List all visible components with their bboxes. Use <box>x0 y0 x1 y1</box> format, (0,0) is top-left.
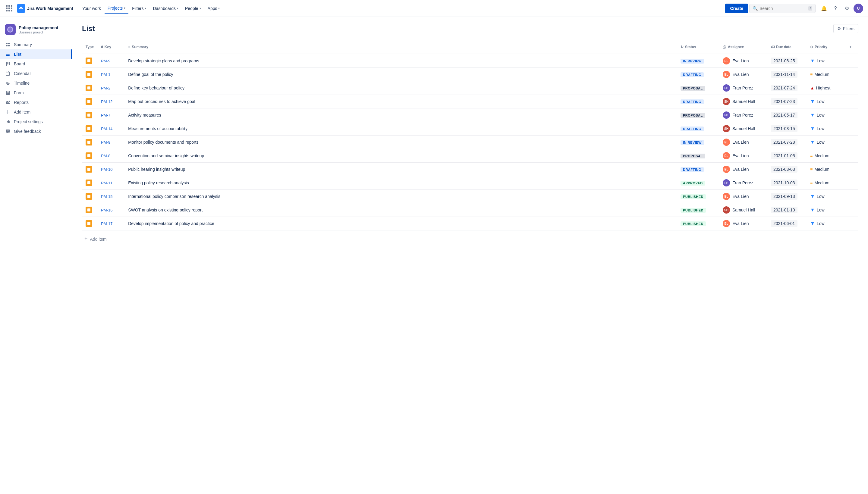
nav-apps[interactable]: Apps ▾ <box>205 4 223 13</box>
issue-key-link[interactable]: PM-2 <box>101 86 110 90</box>
issue-key-link[interactable]: PM-12 <box>101 99 112 104</box>
status-badge[interactable]: DRAFTING <box>681 72 704 77</box>
priority-level-icon: ▼ <box>810 126 815 131</box>
status-badge[interactable]: PROPOSAL <box>681 86 705 91</box>
cell-status[interactable]: DRAFTING <box>677 163 719 176</box>
status-badge[interactable]: IN REVIEW <box>681 140 704 145</box>
nav-dashboards[interactable]: Dashboards ▾ <box>150 4 181 13</box>
nav-filters[interactable]: Filters ▾ <box>129 4 149 13</box>
table-row[interactable]: PM-9 Monitor policy documents and report… <box>82 136 858 149</box>
cell-key[interactable]: PM-7 <box>97 109 125 122</box>
status-badge[interactable]: PUBLISHED <box>681 194 706 199</box>
cell-key[interactable]: PM-12 <box>97 95 125 109</box>
table-row[interactable]: PM-14 Measurements of accountability DRA… <box>82 122 858 136</box>
cell-status[interactable]: PUBLISHED <box>677 217 719 230</box>
notifications-icon[interactable]: 🔔 <box>819 4 829 13</box>
table-row[interactable]: PM-15 International policy comparison re… <box>82 190 858 203</box>
help-icon[interactable]: ? <box>831 4 840 13</box>
issue-key-link[interactable]: PM-9 <box>101 140 110 145</box>
cell-status[interactable]: PUBLISHED <box>677 203 719 217</box>
status-badge[interactable]: DRAFTING <box>681 127 704 131</box>
apps-grid-icon[interactable] <box>5 4 13 13</box>
status-badge[interactable]: IN REVIEW <box>681 59 704 63</box>
issue-key-link[interactable]: PM-16 <box>101 208 112 212</box>
sidebar-item-project-settings[interactable]: Project settings <box>0 117 72 127</box>
status-badge[interactable]: PUBLISHED <box>681 208 706 213</box>
table-row[interactable]: PM-8 Convention and seminar insights wri… <box>82 149 858 163</box>
table-row[interactable]: PM-12 Map out procedures to achieve goal… <box>82 95 858 109</box>
cell-status[interactable]: PROPOSAL <box>677 149 719 163</box>
cell-key[interactable]: PM-14 <box>97 122 125 136</box>
cell-status[interactable]: PUBLISHED <box>677 190 719 203</box>
cell-key[interactable]: PM-8 <box>97 149 125 163</box>
issue-key-link[interactable]: PM-11 <box>101 181 112 185</box>
issue-summary: Develop implementation of policy and pra… <box>128 221 214 226</box>
user-avatar[interactable]: U <box>853 4 863 13</box>
cell-status[interactable]: IN REVIEW <box>677 136 719 149</box>
status-badge[interactable]: PUBLISHED <box>681 222 706 226</box>
status-badge[interactable]: PROPOSAL <box>681 154 705 158</box>
table-row[interactable]: PM-7 Activity measures PROPOSAL FP Fran … <box>82 109 858 122</box>
status-badge[interactable]: APPROVED <box>681 181 705 186</box>
sidebar-item-add-item[interactable]: Add item <box>0 107 72 117</box>
cell-status[interactable]: PROPOSAL <box>677 109 719 122</box>
cell-key[interactable]: PM-1 <box>97 68 125 81</box>
create-button[interactable]: Create <box>725 4 748 13</box>
cell-key[interactable]: PM-17 <box>97 217 125 230</box>
search-box[interactable]: 🔍 / <box>749 4 816 13</box>
cell-key[interactable]: PM-2 <box>97 81 125 95</box>
cell-status[interactable]: APPROVED <box>677 176 719 190</box>
cell-status[interactable]: DRAFTING <box>677 68 719 81</box>
table-row[interactable]: PM-16 SWOT analysis on existing policy r… <box>82 203 858 217</box>
cell-status[interactable]: DRAFTING <box>677 95 719 109</box>
sidebar-item-reports[interactable]: Reports <box>0 98 72 107</box>
table-row[interactable]: PM-17 Develop implementation of policy a… <box>82 217 858 230</box>
sidebar-item-summary[interactable]: Summary <box>0 40 72 50</box>
nav-projects[interactable]: Projects ▾ <box>105 3 129 14</box>
priority-cell: ≡ Medium <box>810 180 839 185</box>
cell-key[interactable]: PM-10 <box>97 163 125 176</box>
cell-key[interactable]: PM-15 <box>97 190 125 203</box>
cell-status[interactable]: PROPOSAL <box>677 81 719 95</box>
sidebar-item-list[interactable]: List <box>0 50 72 59</box>
issue-key-link[interactable]: PM-17 <box>101 222 112 226</box>
cell-key[interactable]: PM-11 <box>97 176 125 190</box>
col-header-add[interactable]: + <box>843 40 858 54</box>
add-column-button[interactable]: + <box>846 43 855 51</box>
issue-key-link[interactable]: PM-15 <box>101 194 112 199</box>
add-item-button[interactable]: + Add item <box>82 234 858 244</box>
settings-icon[interactable]: ⚙ <box>842 4 852 13</box>
priority-label: Highest <box>816 86 830 90</box>
filters-button[interactable]: ⚙ Filters <box>833 24 858 33</box>
issue-key-link[interactable]: PM-10 <box>101 167 112 172</box>
status-badge[interactable]: DRAFTING <box>681 167 704 172</box>
search-input[interactable] <box>759 6 807 11</box>
table-row[interactable]: PM-9 Develop strategic plans and program… <box>82 54 858 68</box>
sidebar-item-form[interactable]: Form <box>0 88 72 98</box>
table-row[interactable]: PM-2 Define key behaviour of policy PROP… <box>82 81 858 95</box>
nav-your-work[interactable]: Your work <box>79 4 104 13</box>
brand-logo-link[interactable]: Jira Work Management <box>17 4 73 13</box>
cell-key[interactable]: PM-9 <box>97 54 125 68</box>
cell-key[interactable]: PM-16 <box>97 203 125 217</box>
nav-people[interactable]: People ▾ <box>182 4 204 13</box>
issue-key-link[interactable]: PM-8 <box>101 154 110 158</box>
cell-status[interactable]: DRAFTING <box>677 122 719 136</box>
status-badge[interactable]: DRAFTING <box>681 99 704 104</box>
table-row[interactable]: PM-10 Public hearing insights writeup DR… <box>82 163 858 176</box>
priority-level-icon: ≡ <box>810 72 813 77</box>
status-badge[interactable]: PROPOSAL <box>681 113 705 118</box>
issue-key-link[interactable]: PM-1 <box>101 72 110 77</box>
table-row[interactable]: PM-11 Existing policy research analysis … <box>82 176 858 190</box>
cell-status[interactable]: IN REVIEW <box>677 54 719 68</box>
table-row[interactable]: PM-1 Define goal of the policy DRAFTING … <box>82 68 858 81</box>
col-header-type: Type <box>82 40 97 54</box>
cell-key[interactable]: PM-9 <box>97 136 125 149</box>
sidebar-item-give-feedback[interactable]: Give feedback <box>0 127 72 136</box>
issue-key-link[interactable]: PM-14 <box>101 127 112 131</box>
sidebar-item-timeline[interactable]: Timeline <box>0 78 72 88</box>
sidebar-item-board[interactable]: Board <box>0 59 72 69</box>
issue-key-link[interactable]: PM-9 <box>101 59 110 63</box>
sidebar-item-calendar[interactable]: Calendar <box>0 69 72 78</box>
issue-key-link[interactable]: PM-7 <box>101 113 110 117</box>
